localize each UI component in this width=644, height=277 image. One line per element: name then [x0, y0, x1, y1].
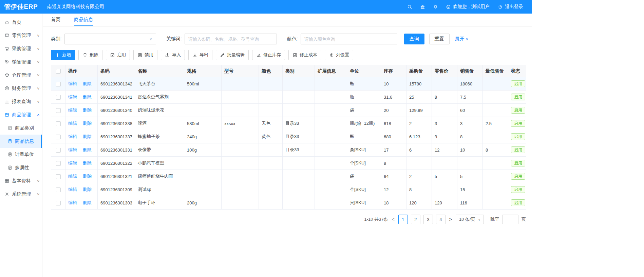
sidebar-item-sales[interactable]: 销售管理∨ [0, 55, 42, 68]
keyword-input[interactable] [185, 34, 277, 44]
status-badge[interactable]: 启用 [511, 133, 525, 140]
reset-button[interactable]: 重置 [429, 34, 450, 44]
edit-link[interactable]: 编辑 [68, 174, 77, 179]
edit-link[interactable]: 编辑 [68, 121, 77, 126]
sidebar-subitem-product-category[interactable]: 商品类别 [0, 121, 42, 135]
disable-button[interactable]: 禁用 [133, 50, 157, 60]
edit-link[interactable]: 编辑 [68, 187, 77, 192]
row-checkbox[interactable] [56, 174, 61, 179]
table-cell: xxsxx [222, 117, 259, 130]
export-button[interactable]: 导出 [188, 50, 212, 60]
row-checkbox[interactable] [56, 108, 61, 113]
sidebar-item-report[interactable]: 报表查询∨ [0, 95, 42, 108]
import-button[interactable]: 导入 [161, 50, 185, 60]
row-checkbox[interactable] [56, 121, 61, 126]
sidebar-item-basic[interactable]: 基本资料∨ [0, 174, 42, 187]
row-checkbox[interactable] [56, 201, 61, 205]
edit-link[interactable]: 编辑 [68, 107, 77, 113]
row-checkbox[interactable] [56, 161, 61, 166]
fix-stock-button[interactable]: 修正库存 [252, 50, 285, 60]
chevron-down-icon: ∨ [37, 100, 40, 103]
sidebar-item-home[interactable]: 首页 [0, 16, 42, 29]
search-button[interactable]: 查询 [404, 34, 424, 44]
delete-link[interactable]: 删除 [83, 94, 92, 99]
prev-page-button[interactable]: < [391, 217, 395, 222]
batch-edit-button[interactable]: 批量编辑 [216, 50, 249, 60]
delete-link[interactable]: 删除 [83, 160, 92, 165]
bell-icon[interactable] [429, 0, 442, 14]
page-button-4[interactable]: 4 [436, 215, 446, 224]
column-settings-button[interactable]: 列设置 [325, 50, 353, 60]
delete-link[interactable]: 删除 [83, 107, 92, 113]
row-checkbox[interactable] [56, 187, 61, 192]
row-checkbox[interactable] [56, 148, 61, 153]
sidebar-subitem-measure-unit[interactable]: 计量单位 [0, 148, 42, 161]
page-button-2[interactable]: 2 [411, 215, 420, 224]
status-badge[interactable]: 启用 [511, 160, 525, 166]
delete-link[interactable]: 删除 [83, 187, 92, 192]
action-toolbar: 新增删除启用禁用导入导出批量编辑修正库存修正成本列设置 [51, 50, 525, 60]
enable-button[interactable]: 启用 [106, 50, 130, 60]
sidebar-subitem-label: 商品信息 [15, 138, 34, 144]
add-button[interactable]: 新增 [51, 50, 75, 60]
delete-link[interactable]: 删除 [83, 147, 92, 152]
sidebar-item-label: 零售管理 [12, 33, 31, 39]
sidebar-item-system[interactable]: 系统管理∨ [0, 187, 42, 201]
row-checkbox[interactable] [56, 95, 61, 100]
status-badge[interactable]: 启用 [511, 107, 525, 114]
page-size-select[interactable]: 10 条/页 ∨ [456, 215, 484, 224]
link-divider [80, 147, 80, 152]
table-cell: 电子手环 [135, 196, 184, 210]
sidebar-item-retail[interactable]: 零售管理∨ [0, 29, 42, 42]
delete-link[interactable]: 删除 [83, 200, 92, 205]
edit-link[interactable]: 编辑 [68, 200, 77, 205]
delete-button[interactable]: 删除 [78, 50, 102, 60]
select-all-checkbox[interactable] [56, 69, 61, 74]
product-table: 操作条码名称规格型号颜色类别扩展信息单位库存采购价零售价销售价最低售价状态 编辑… [51, 65, 526, 210]
tab-home[interactable]: 首页 [51, 14, 60, 26]
sidebar-subitem-product-info[interactable]: 商品信息 [0, 135, 42, 148]
status-badge[interactable]: 启用 [511, 186, 525, 193]
edit-link[interactable]: 编辑 [68, 134, 77, 139]
category-select[interactable]: ∨ [64, 34, 156, 44]
status-badge[interactable]: 启用 [511, 94, 525, 100]
status-badge[interactable]: 启用 [511, 173, 525, 180]
sidebar-item-warehouse[interactable]: 仓库管理∨ [0, 68, 42, 82]
delete-link[interactable]: 删除 [83, 81, 92, 86]
table-cell [315, 130, 347, 143]
status-cell: 启用 [508, 157, 526, 170]
row-checkbox[interactable] [56, 135, 61, 139]
status-badge[interactable]: 启用 [511, 146, 525, 153]
page-button-3[interactable]: 3 [423, 215, 433, 224]
tab-product-info[interactable]: 商品信息 [74, 14, 93, 26]
next-page-button[interactable]: > [449, 217, 453, 222]
color-input[interactable] [301, 34, 397, 44]
fix-cost-button[interactable]: 修正成本 [288, 50, 321, 60]
delete-link[interactable]: 删除 [83, 174, 92, 179]
bank-icon[interactable] [416, 0, 429, 14]
table-cell: 瓶 [347, 130, 381, 143]
edit-link[interactable]: 编辑 [68, 147, 77, 152]
logout-button[interactable]: 退出登录 [494, 0, 527, 14]
status-badge[interactable]: 启用 [511, 120, 525, 127]
status-badge[interactable]: 启用 [511, 199, 525, 206]
search-icon[interactable] [403, 0, 416, 14]
edit-link[interactable]: 编辑 [68, 160, 77, 165]
edit-link[interactable]: 编辑 [68, 94, 77, 99]
sidebar-item-product[interactable]: 商品管理∧ [0, 108, 42, 121]
status-cell: 启用 [508, 117, 526, 130]
row-checkbox[interactable] [56, 82, 61, 86]
delete-link[interactable]: 删除 [83, 134, 92, 139]
sidebar-item-purchase[interactable]: 采购管理∨ [0, 42, 42, 55]
sidebar-item-finance[interactable]: 财务管理∨ [0, 82, 42, 95]
page-button-1[interactable]: 1 [398, 215, 408, 224]
table-cell: 2 [406, 170, 432, 183]
table-cell: 15780 [406, 77, 432, 91]
expand-link[interactable]: 展开 ∨ [455, 36, 469, 42]
sidebar-subitem-multi-attribute[interactable]: 多属性 [0, 161, 42, 174]
user-welcome[interactable]: 欢迎您，测试用户 [442, 0, 494, 14]
jump-page-input[interactable] [502, 215, 518, 224]
edit-link[interactable]: 编辑 [68, 81, 77, 86]
status-badge[interactable]: 启用 [511, 80, 525, 87]
delete-link[interactable]: 删除 [83, 121, 92, 126]
